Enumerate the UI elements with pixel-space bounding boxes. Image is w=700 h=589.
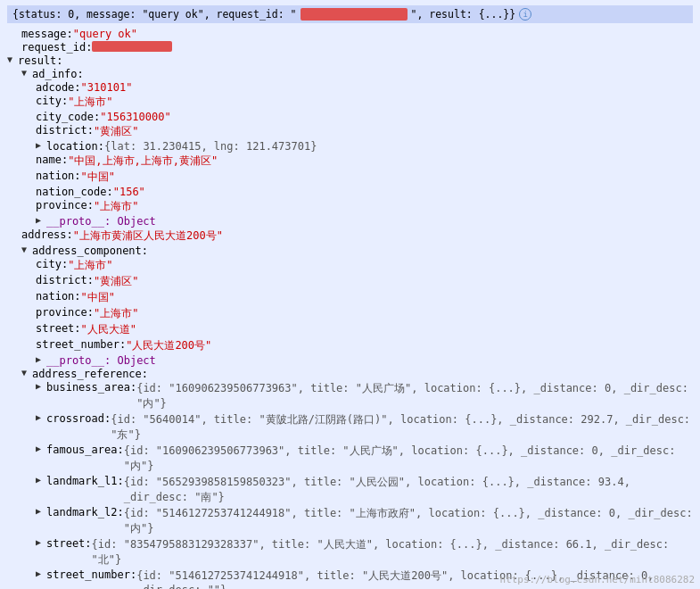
business-area-val: {id: "160906239506773963", title: "人民广场"…: [136, 381, 693, 411]
landmark11-line: landmark_l1: {id: "5652939858159850323",…: [7, 474, 693, 505]
address-reference-key: address_reference:: [32, 368, 148, 380]
result-key: result:: [18, 54, 63, 67]
business-area-triangle[interactable]: [36, 381, 46, 391]
ac-street-key: street:: [36, 322, 81, 335]
famous-area-key: famous_area:: [46, 444, 124, 456]
city-code-line: city_code: "156310000": [7, 110, 693, 123]
address-reference-triangle[interactable]: [21, 368, 32, 377]
street-number-ref-triangle[interactable]: [36, 568, 46, 578]
street-ref-key: street:: [46, 537, 92, 550]
ac-street-line: street: "人民大道": [7, 321, 693, 337]
proto-ac-val: __proto__: Object: [46, 354, 156, 367]
crossroad-line: crossroad: {id: "5640014", title: "黄陂北路/…: [7, 411, 693, 443]
landmark12-triangle[interactable]: [36, 506, 46, 516]
ac-street-val: "人民大道": [81, 322, 136, 337]
adcode-val: "310101": [81, 81, 133, 94]
ac-nation-line: nation: "中国": [7, 289, 693, 305]
famous-area-triangle[interactable]: [36, 444, 46, 453]
address-component-triangle[interactable]: [21, 245, 32, 254]
ac-street-number-key: street_number:: [36, 338, 126, 351]
crossroad-key: crossroad:: [46, 412, 111, 425]
message-line: message: "query ok": [7, 27, 693, 40]
city-code-val: "156310000": [100, 111, 170, 123]
request-id-key: request_id:: [21, 41, 92, 54]
city-key: city:: [36, 95, 68, 107]
ac-nation-val: "中国": [81, 290, 115, 305]
nation-val: "中国": [81, 170, 115, 185]
request-id-redacted-top: [301, 8, 408, 21]
name-key: name:: [36, 153, 68, 166]
landmark12-val: {id: "5146127253741244918", title: "上海市政…: [124, 506, 693, 536]
province-adinfo-line: province: "上海市": [7, 198, 693, 214]
district-line: district: "黄浦区": [7, 123, 693, 139]
address-reference-line: address_reference:: [7, 367, 693, 380]
ac-street-number-line: street_number: "人民大道200号": [7, 337, 693, 353]
request-id-redacted: [92, 41, 172, 52]
proto-ac-line: __proto__: Object: [7, 353, 693, 367]
address-component-key: address_component:: [32, 245, 148, 257]
ac-city-val: "上海市": [68, 258, 112, 273]
famous-area-line: famous_area: {id: "160906239506773963", …: [7, 443, 693, 474]
location-adinfo-triangle[interactable]: [36, 140, 46, 150]
province-adinfo-val: "上海市": [94, 199, 138, 214]
status-suffix: ", result: {...}}: [411, 8, 516, 21]
ac-city-line: city: "上海市": [7, 257, 693, 273]
location-adinfo-line: location: {lat: 31.230415, lng: 121.4737…: [7, 139, 693, 153]
crossroad-triangle[interactable]: [36, 412, 46, 422]
ad-info-key: ad_info:: [32, 68, 84, 80]
location-adinfo-key: location:: [46, 140, 104, 153]
address-component-line: address_component:: [7, 244, 693, 257]
nation-line: nation: "中国": [7, 169, 693, 185]
landmark12-key: landmark_l2:: [46, 506, 124, 518]
city-code-key: city_code:: [36, 111, 100, 123]
landmark11-triangle[interactable]: [36, 475, 46, 485]
street-ref-triangle[interactable]: [36, 537, 46, 547]
ac-province-key: province:: [36, 306, 94, 319]
proto-ac-triangle[interactable]: [36, 354, 46, 364]
ad-info-triangle[interactable]: [21, 68, 32, 78]
top-bar: {status: 0, message: "query ok", request…: [7, 5, 693, 23]
district-val: "黄浦区": [94, 124, 138, 139]
status-prefix: {status: 0, message: "query ok", request…: [12, 8, 297, 21]
nation-key: nation:: [36, 170, 81, 182]
message-key: message:: [21, 28, 73, 40]
city-line: city: "上海市": [7, 94, 693, 110]
adcode-line: adcode: "310101": [7, 80, 693, 94]
proto-adinfo-triangle[interactable]: [36, 215, 46, 225]
ac-district-line: district: "黄浦区": [7, 273, 693, 289]
landmark11-val: {id: "5652939858159850323", title: "人民公园…: [124, 475, 693, 505]
adcode-key: adcode:: [36, 81, 81, 94]
nation-code-line: nation_code: "156": [7, 185, 693, 198]
landmark11-key: landmark_l1:: [46, 475, 124, 487]
ac-district-key: district:: [36, 274, 94, 286]
ac-province-line: province: "上海市": [7, 305, 693, 321]
result-line: result:: [7, 54, 693, 67]
proto-adinfo-val: __proto__: Object: [46, 215, 156, 228]
province-adinfo-key: province:: [36, 199, 94, 212]
ac-city-key: city:: [36, 258, 68, 270]
watermark: https://blog.csdn.net/mint8086282: [499, 574, 695, 585]
district-key: district:: [36, 124, 94, 137]
location-adinfo-val: {lat: 31.230415, lng: 121.473701}: [104, 140, 317, 153]
street-ref-val: {id: "8354795883129328337", title: "人民大道…: [92, 537, 693, 568]
address-key: address:: [21, 228, 73, 241]
street-ref-line: street: {id: "8354795883129328337", titl…: [7, 536, 693, 568]
city-val: "上海市": [68, 95, 112, 110]
proto-adinfo-line: __proto__: Object: [7, 214, 693, 228]
street-number-ref-key: street_number:: [46, 568, 136, 581]
name-line: name: "中国,上海市,上海市,黄浦区": [7, 153, 693, 169]
result-triangle[interactable]: [7, 54, 18, 64]
crossroad-val: {id: "5640014", title: "黄陂北路/江阴路(路口)", l…: [111, 412, 693, 443]
nation-code-val: "156": [113, 186, 145, 198]
famous-area-val: {id: "160906239506773963", title: "人民广场"…: [124, 444, 693, 474]
ac-province-val: "上海市": [94, 306, 138, 321]
info-icon[interactable]: i: [519, 8, 531, 21]
ac-nation-key: nation:: [36, 290, 81, 303]
ac-street-number-val: "人民大道200号": [126, 338, 211, 353]
landmark12-line: landmark_l2: {id: "5146127253741244918",…: [7, 505, 693, 536]
address-val: "上海市黄浦区人民大道200号": [73, 228, 223, 244]
business-area-key: business_area:: [46, 381, 136, 394]
main-container: {status: 0, message: "query ok", request…: [0, 0, 700, 589]
name-val: "中国,上海市,上海市,黄浦区": [68, 153, 218, 169]
nation-code-key: nation_code:: [36, 186, 113, 198]
